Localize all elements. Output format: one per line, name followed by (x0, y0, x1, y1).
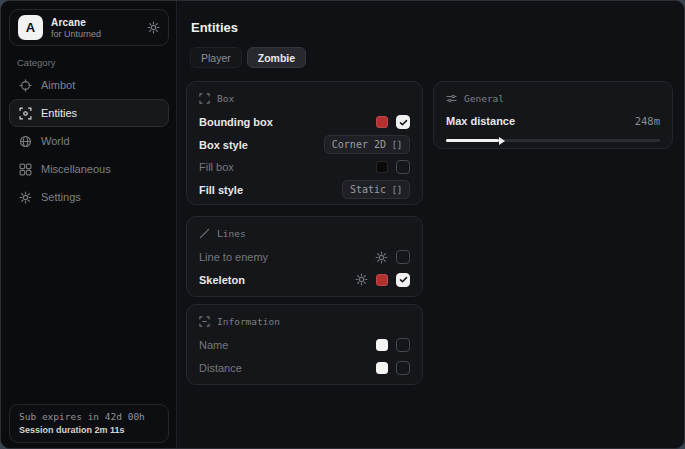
fill-style-row: Fill style Static (199, 179, 410, 202)
box-icon (199, 93, 210, 104)
sidebar-item-world[interactable]: World (9, 127, 169, 155)
brackets-icon (392, 140, 402, 150)
globe-icon (19, 135, 32, 148)
brackets-icon (392, 185, 402, 195)
box-panel: Box Bounding box Box style Corner 2D (186, 81, 423, 205)
arcane-window: A Arcane for Unturned Category A (0, 0, 685, 449)
scan-text-icon (199, 316, 210, 327)
line-to-enemy-row: Line to enemy (199, 246, 410, 269)
name-color-swatch[interactable] (376, 339, 388, 351)
skeleton-checkbox[interactable] (396, 273, 410, 287)
sidebar-nav: Aimbot Entities World (9, 71, 169, 211)
general-panel: General Max distance 248m (433, 81, 673, 149)
lines-panel: Lines Line to enemy Skeleton (186, 216, 423, 297)
sidebar-item-label: Miscellaneous (41, 163, 111, 175)
slider-fill (446, 139, 499, 142)
category-label: Category (17, 57, 56, 68)
fill-box-label: Fill box (199, 161, 234, 173)
sidebar-item-label: Aimbot (41, 79, 75, 91)
box-panel-header: Box (199, 91, 410, 106)
sidebar-item-aimbot[interactable]: Aimbot (9, 71, 169, 99)
name-checkbox[interactable] (396, 338, 410, 352)
tab-player[interactable]: Player (190, 47, 242, 68)
sliders-icon (446, 93, 457, 104)
grid-icon (19, 163, 32, 176)
max-distance-row: Max distance 248m (446, 111, 660, 131)
line-to-enemy-checkbox[interactable] (396, 250, 410, 264)
lines-panel-title: Lines (217, 228, 246, 239)
information-panel-header: Information (199, 314, 410, 329)
app-name: Arcane (51, 17, 101, 28)
gear-icon (19, 191, 32, 204)
sidebar-item-settings[interactable]: Settings (9, 183, 169, 211)
subscription-card: Sub expires in 42d 00h Session duration … (9, 404, 169, 443)
skeleton-settings-icon[interactable] (355, 273, 368, 286)
fill-style-dropdown[interactable]: Static (342, 180, 410, 199)
scan-icon (19, 107, 32, 120)
main-content: Entities Player Zombie Box Bounding box (178, 1, 684, 448)
bounding-box-label: Bounding box (199, 116, 273, 128)
app-subtitle: for Unturned (51, 29, 101, 39)
entity-tabs: Player Zombie (190, 47, 306, 68)
box-style-row: Box style Corner 2D (199, 134, 410, 157)
max-distance-slider[interactable] (446, 139, 660, 142)
bounding-box-color-swatch[interactable] (376, 116, 388, 128)
sidebar: A Arcane for Unturned Category A (1, 1, 177, 448)
line-diagonal-icon (199, 228, 210, 239)
general-panel-header: General (446, 91, 660, 106)
name-row: Name (199, 334, 410, 357)
name-label: Name (199, 339, 228, 351)
information-panel: Information Name Distance (186, 304, 423, 385)
sidebar-item-label: World (41, 135, 70, 147)
fill-style-value: Static (350, 184, 386, 195)
fill-style-label: Fill style (199, 184, 243, 196)
session-duration-text: Session duration 2m 11s (19, 425, 159, 435)
bounding-box-row: Bounding box (199, 111, 410, 134)
max-distance-value: 248m (635, 115, 660, 127)
fill-box-checkbox[interactable] (396, 160, 410, 174)
fill-box-row: Fill box (199, 156, 410, 179)
general-panel-title: General (464, 93, 504, 104)
line-to-enemy-settings-icon[interactable] (375, 251, 388, 264)
distance-label: Distance (199, 362, 242, 374)
box-style-value: Corner 2D (332, 139, 386, 150)
app-meta: Arcane for Unturned (51, 17, 101, 39)
sidebar-item-entities[interactable]: Entities (9, 99, 169, 127)
distance-color-swatch[interactable] (376, 362, 388, 374)
distance-row: Distance (199, 357, 410, 380)
information-panel-title: Information (217, 316, 280, 327)
tab-zombie[interactable]: Zombie (247, 47, 306, 68)
page-title: Entities (191, 20, 238, 35)
line-to-enemy-label: Line to enemy (199, 251, 268, 263)
skeleton-label: Skeleton (199, 274, 245, 286)
sub-expiry-text: Sub expires in 42d 00h (19, 411, 159, 422)
skeleton-row: Skeleton (199, 269, 410, 292)
app-header-card: A Arcane for Unturned (9, 9, 169, 46)
sidebar-item-label: Settings (41, 191, 81, 203)
fill-box-color-swatch[interactable] (376, 161, 388, 173)
crosshair-icon (19, 79, 32, 92)
sidebar-item-label: Entities (41, 107, 77, 119)
box-panel-title: Box (217, 93, 234, 104)
app-settings-icon[interactable] (147, 21, 160, 34)
box-style-dropdown[interactable]: Corner 2D (324, 135, 410, 154)
max-distance-label: Max distance (446, 115, 515, 127)
bounding-box-checkbox[interactable] (396, 115, 410, 129)
app-logo: A (18, 15, 43, 40)
lines-panel-header: Lines (199, 226, 410, 241)
distance-checkbox[interactable] (396, 361, 410, 375)
box-style-label: Box style (199, 139, 248, 151)
skeleton-color-swatch[interactable] (376, 274, 388, 286)
sidebar-item-miscellaneous[interactable]: Miscellaneous (9, 155, 169, 183)
